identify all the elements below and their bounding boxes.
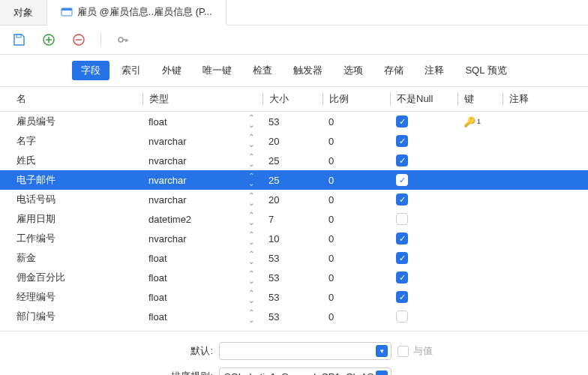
cell-size[interactable]: 7 — [262, 214, 322, 225]
header-type[interactable]: 类型 — [142, 92, 262, 106]
type-stepper[interactable]: ⌃⌄ — [240, 250, 262, 266]
table-row[interactable]: 姓氏nvarchar⌃⌄250✓ — [0, 151, 588, 170]
type-stepper[interactable]: ⌃⌄ — [240, 192, 262, 207]
subtab-trigger[interactable]: 触发器 — [284, 61, 332, 80]
tab-current[interactable]: 雇员 @雇员信息..雇员信息 (P... — [47, 0, 226, 26]
cell-type[interactable]: nvarchar — [142, 194, 240, 206]
subtab-options[interactable]: 选项 — [334, 61, 372, 80]
cell-size[interactable]: 53 — [262, 253, 322, 264]
header-size[interactable]: 大小 — [262, 92, 322, 106]
cell-scale[interactable]: 0 — [322, 136, 390, 147]
with-value-checkbox[interactable] — [398, 346, 409, 357]
notnull-checkbox[interactable]: ✓ — [396, 252, 408, 264]
cell-type[interactable]: float — [142, 116, 240, 128]
cell-name[interactable]: 佣金百分比 — [0, 271, 142, 284]
notnull-checkbox[interactable]: ✓ — [396, 154, 408, 166]
cell-size[interactable]: 25 — [262, 175, 322, 186]
tab-object[interactable]: 对象 — [0, 0, 47, 25]
subtab-fields[interactable]: 字段 — [72, 61, 110, 80]
cell-size[interactable]: 53 — [262, 116, 322, 128]
cell-scale[interactable]: 0 — [322, 155, 390, 166]
cell-name[interactable]: 电话号码 — [0, 193, 142, 206]
cell-type[interactable]: float — [142, 253, 240, 264]
cell-type[interactable]: float — [142, 292, 240, 303]
cell-size[interactable]: 10 — [262, 233, 322, 244]
cell-type[interactable]: float — [142, 311, 240, 322]
notnull-checkbox[interactable] — [396, 310, 408, 322]
cell-scale[interactable]: 0 — [322, 175, 390, 186]
default-combo[interactable]: ▾ — [219, 342, 392, 360]
table-row[interactable]: 佣金百分比float⌃⌄530✓ — [0, 268, 588, 287]
header-comment[interactable]: 注释 — [502, 92, 588, 106]
subtab-comment[interactable]: 注释 — [416, 61, 453, 80]
cell-type[interactable]: nvarchar — [142, 233, 240, 244]
add-button[interactable] — [40, 32, 57, 48]
notnull-checkbox[interactable]: ✓ — [396, 232, 408, 244]
cell-size[interactable]: 53 — [262, 292, 322, 303]
cell-name[interactable]: 名字 — [0, 134, 142, 148]
cell-name[interactable]: 姓氏 — [0, 154, 142, 167]
cell-scale[interactable]: 0 — [322, 233, 390, 244]
subtab-storage[interactable]: 存储 — [375, 61, 412, 80]
cell-type[interactable]: datetime2 — [142, 214, 240, 225]
type-stepper[interactable]: ⌃⌄ — [240, 153, 262, 168]
cell-name[interactable]: 雇员编号 — [0, 115, 142, 128]
cell-name[interactable]: 雇用日期 — [0, 212, 142, 226]
collation-combo[interactable]: SQL_Latin1_General_CP1_CI_AS ▾ — [219, 368, 392, 375]
cell-size[interactable]: 53 — [262, 272, 322, 284]
type-stepper[interactable]: ⌃⌄ — [240, 212, 262, 226]
cell-scale[interactable]: 0 — [322, 214, 390, 225]
notnull-checkbox[interactable]: ✓ — [396, 272, 408, 284]
cell-size[interactable]: 53 — [262, 311, 322, 322]
subtab-uniq[interactable]: 唯一键 — [194, 61, 241, 80]
subtab-indexes[interactable]: 索引 — [112, 61, 150, 80]
table-row[interactable]: 工作编号nvarchar⌃⌄100✓ — [0, 229, 588, 248]
cell-scale[interactable]: 0 — [322, 311, 390, 322]
cell-scale[interactable]: 0 — [322, 292, 390, 303]
cell-type[interactable]: nvarchar — [142, 155, 240, 166]
cell-size[interactable]: 20 — [262, 136, 322, 147]
save-button[interactable] — [10, 32, 27, 48]
cell-name[interactable]: 电子邮件 — [0, 173, 142, 187]
type-stepper[interactable]: ⌃⌄ — [240, 270, 262, 285]
type-stepper[interactable]: ⌃⌄ — [240, 231, 262, 246]
table-row[interactable]: 名字nvarchar⌃⌄200✓ — [0, 131, 588, 151]
table-row[interactable]: 部门编号float⌃⌄530 — [0, 307, 588, 326]
type-stepper[interactable]: ⌃⌄ — [240, 172, 262, 188]
remove-button[interactable] — [70, 32, 87, 48]
cell-name[interactable]: 经理编号 — [0, 290, 142, 304]
cell-type[interactable]: nvarchar — [142, 175, 240, 186]
notnull-checkbox[interactable]: ✓ — [396, 135, 408, 147]
cell-name[interactable]: 部门编号 — [0, 310, 142, 323]
header-scale[interactable]: 比例 — [322, 92, 390, 106]
notnull-checkbox[interactable]: ✓ — [396, 116, 408, 128]
notnull-checkbox[interactable]: ✓ — [396, 291, 408, 303]
table-row[interactable]: 薪金float⌃⌄530✓ — [0, 248, 588, 268]
table-row[interactable]: 雇用日期datetime2⌃⌄70 — [0, 209, 588, 229]
type-stepper[interactable]: ⌃⌄ — [240, 114, 262, 129]
type-stepper[interactable]: ⌃⌄ — [240, 290, 262, 304]
table-row[interactable]: 电话号码nvarchar⌃⌄200✓ — [0, 190, 588, 209]
cell-name[interactable]: 工作编号 — [0, 232, 142, 245]
cell-name[interactable]: 薪金 — [0, 251, 142, 265]
cell-scale[interactable]: 0 — [322, 253, 390, 264]
cell-size[interactable]: 20 — [262, 194, 322, 206]
cell-scale[interactable]: 0 — [322, 194, 390, 206]
notnull-checkbox[interactable]: ✓ — [396, 174, 408, 186]
cell-scale[interactable]: 0 — [322, 272, 390, 284]
notnull-checkbox[interactable] — [396, 213, 408, 225]
table-row[interactable]: 雇员编号float⌃⌄530✓🔑1 — [0, 112, 588, 131]
key-button[interactable] — [115, 32, 131, 48]
subtab-fk[interactable]: 外键 — [153, 61, 190, 80]
cell-size[interactable]: 25 — [262, 155, 322, 166]
cell-type[interactable]: float — [142, 272, 240, 284]
notnull-checkbox[interactable]: ✓ — [396, 194, 408, 206]
table-row[interactable]: 经理编号float⌃⌄530✓ — [0, 287, 588, 307]
type-stepper[interactable]: ⌃⌄ — [240, 309, 262, 324]
type-stepper[interactable]: ⌃⌄ — [240, 134, 262, 148]
cell-type[interactable]: nvarchar — [142, 136, 240, 147]
header-name[interactable]: 名 — [0, 92, 142, 106]
header-key[interactable]: 键 — [458, 92, 502, 106]
subtab-sqlpreview[interactable]: SQL 预览 — [456, 61, 515, 80]
cell-scale[interactable]: 0 — [322, 116, 390, 128]
